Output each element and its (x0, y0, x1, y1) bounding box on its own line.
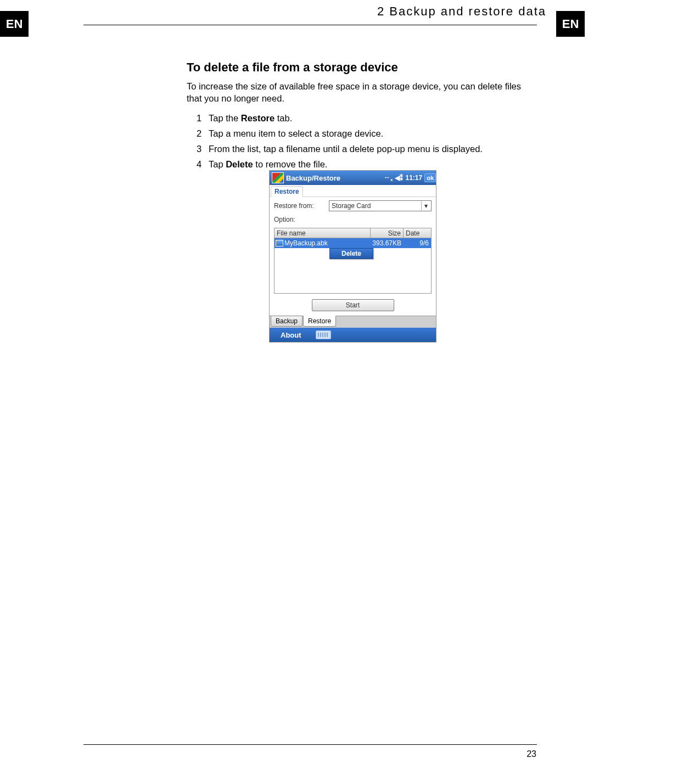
steps-list: 1 Tap the Restore tab. 2 Tap a menu item… (187, 110, 538, 172)
option-row: Option: (274, 216, 432, 223)
restore-from-row: Restore from: Storage Card ▾ (274, 200, 432, 211)
section-intro: To increase the size of available free s… (187, 80, 538, 105)
tab-restore[interactable]: Restore (303, 316, 336, 327)
step-num: 4 (197, 156, 201, 172)
lang-badge-left: EN (0, 11, 29, 37)
step-4: 4 Tap Delete to remove the file. (197, 156, 538, 172)
step-3: 3 From the list, tap a filename until a … (197, 141, 538, 156)
start-flag-icon[interactable] (272, 172, 284, 183)
content-block: To delete a file from a storage device T… (187, 60, 538, 172)
step-text-bold: Restore (241, 113, 275, 123)
chevron-down-icon[interactable]: ▾ (421, 201, 430, 210)
cell-file-name: MyBackup.abk (275, 239, 371, 247)
clock-time: 11:17 (405, 174, 422, 182)
page-number: 23 (527, 749, 536, 759)
table-row[interactable]: MyBackup.abk 393.67KB 9/6 (275, 238, 431, 248)
step-text-bold: Delete (226, 159, 253, 169)
step-text-post: tab. (275, 113, 292, 123)
top-rule (83, 25, 537, 25)
restore-from-select[interactable]: Storage Card ▾ (329, 200, 432, 211)
status-icons: ↔x ◀⁑ 11:17 ok (384, 173, 436, 182)
section-title: To delete a file from a storage device (187, 60, 538, 75)
step-1: 1 Tap the Restore tab. (197, 110, 538, 126)
device-menubar: About (270, 328, 436, 342)
app-title: Backup/Restore (286, 174, 340, 182)
col-date[interactable]: Date (404, 228, 431, 238)
step-2: 2 Tap a menu item to select a storage de… (197, 126, 538, 141)
subtab-restore[interactable]: Restore (271, 186, 303, 197)
bottom-tab-row: Backup Restore (270, 316, 436, 328)
sub-tab-row: Restore (270, 185, 436, 197)
step-num: 1 (197, 110, 201, 126)
file-name-text: MyBackup.abk (284, 239, 328, 247)
delete-popup[interactable]: Delete (329, 248, 373, 259)
step-text-pre: Tap the (209, 113, 241, 123)
file-icon (276, 240, 283, 246)
file-table: File name Size Date MyBackup.abk 393.67K… (274, 228, 432, 294)
cell-size: 393.67KB (371, 239, 404, 247)
lang-badge-right: EN (556, 11, 585, 37)
ok-button[interactable]: ok (424, 173, 436, 182)
connectivity-icon[interactable]: ↔x (384, 173, 393, 182)
bottom-rule (83, 744, 537, 745)
volume-icon[interactable]: ◀⁑ (395, 174, 403, 182)
device-body: Restore from: Storage Card ▾ Option: Fil… (270, 197, 436, 316)
tab-backup[interactable]: Backup (271, 316, 303, 327)
restore-from-value: Storage Card (332, 202, 371, 210)
start-button[interactable]: Start (312, 299, 394, 311)
step-text-post: to remove the file. (253, 159, 328, 169)
cell-date: 9/6 (404, 239, 431, 247)
step-text-pre: Tap (209, 159, 226, 169)
start-row: Start (274, 294, 432, 315)
col-size[interactable]: Size (371, 228, 404, 238)
chapter-header: 2 Backup and restore data (377, 4, 546, 19)
menu-about[interactable]: About (281, 331, 301, 339)
step-num: 2 (197, 126, 201, 141)
device-titlebar: Backup/Restore ↔x ◀⁑ 11:17 ok (270, 171, 436, 185)
table-header: File name Size Date (275, 228, 431, 238)
step-text-pre: From the list, tap a filename until a de… (209, 144, 483, 154)
col-file-name[interactable]: File name (275, 228, 371, 238)
keyboard-icon[interactable] (316, 330, 331, 339)
step-num: 3 (197, 141, 201, 156)
option-label: Option: (274, 216, 329, 223)
step-text-pre: Tap a menu item to select a storage devi… (209, 128, 383, 138)
restore-from-label: Restore from: (274, 202, 329, 210)
device-screenshot: Backup/Restore ↔x ◀⁑ 11:17 ok Restore Re… (269, 170, 436, 343)
